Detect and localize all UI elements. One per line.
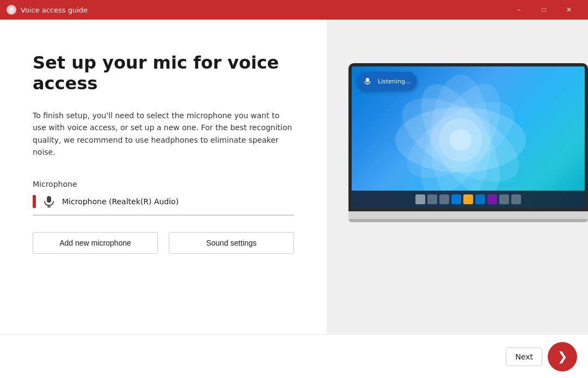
laptop-illustration: Listening... (348, 63, 588, 378)
microphone-name: Microphone (Realtek(R) Audio) (62, 197, 294, 206)
taskbar-icon-search (427, 194, 437, 204)
next-button[interactable]: ❯ (548, 342, 577, 371)
add-microphone-button[interactable]: Add new microphone (33, 232, 158, 254)
window-controls: − □ ✕ (506, 0, 581, 20)
taskbar-icon-mail (475, 194, 485, 204)
svg-point-12 (450, 129, 471, 151)
close-button[interactable]: ✕ (556, 0, 581, 20)
svg-rect-13 (366, 78, 369, 82)
microphone-icon (41, 194, 57, 209)
windows-taskbar (352, 191, 585, 208)
title-bar-left: Voice access guide (7, 5, 88, 15)
main-content: Set up your mic for voice access To fini… (0, 20, 588, 378)
title-bar: Voice access guide − □ ✕ (0, 0, 588, 20)
window-title: Voice access guide (21, 6, 88, 14)
laptop-screen-outer: Listening... (348, 63, 588, 211)
minimize-button[interactable]: − (506, 0, 531, 20)
page-description: To finish setup, you'll need to select t… (33, 109, 294, 158)
left-panel: Set up your mic for voice access To fini… (0, 20, 327, 378)
listening-mic-icon (360, 74, 375, 88)
app-icon (7, 5, 16, 15)
bottom-bar: Next ❯ (0, 334, 588, 378)
svg-point-1 (10, 8, 13, 10)
laptop-base (348, 211, 588, 219)
laptop-screen: Listening... (352, 66, 585, 208)
action-buttons: Add new microphone Sound settings (33, 232, 294, 254)
taskbar-icon-start (415, 194, 425, 204)
microphone-label: Microphone (33, 180, 294, 188)
svg-rect-2 (47, 196, 51, 203)
windows-wallpaper: Listening... (352, 66, 585, 208)
sound-settings-button[interactable]: Sound settings (169, 232, 294, 254)
right-panel: Listening... (327, 20, 588, 378)
taskbar-icon-files (463, 194, 473, 204)
taskbar-icon-settings (499, 194, 509, 204)
next-label: Next (506, 347, 542, 366)
listening-status: Listening... (378, 78, 411, 85)
laptop-hinge (348, 219, 588, 222)
taskbar-icon-store (487, 194, 497, 204)
taskbar-icon-edge (451, 194, 461, 204)
taskbar-icon-clock (511, 194, 521, 204)
next-arrow-icon: ❯ (558, 350, 567, 364)
maximize-button[interactable]: □ (531, 0, 556, 20)
mic-level-indicator (33, 195, 36, 208)
listening-bar: Listening... (357, 72, 417, 90)
taskbar-icon-view (439, 194, 449, 204)
page-title: Set up your mic for voice access (33, 52, 294, 94)
microphone-select-row[interactable]: Microphone (Realtek(R) Audio) (33, 194, 294, 216)
